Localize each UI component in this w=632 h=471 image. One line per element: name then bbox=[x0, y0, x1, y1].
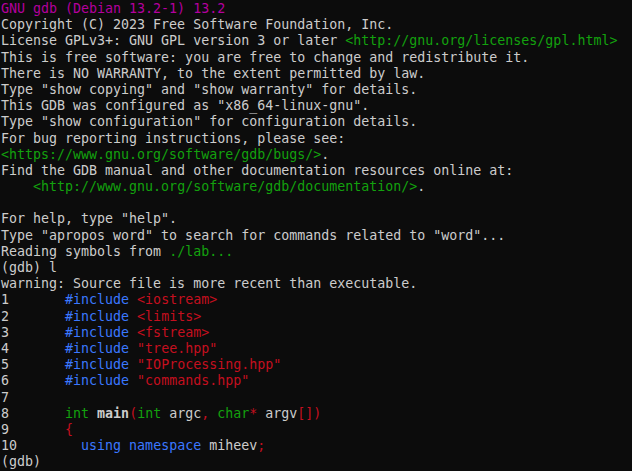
terminal-line: Copyright (C) 2023 Free Software Foundat… bbox=[1, 17, 632, 33]
terminal-line: Type "show copying" and "show warranty" … bbox=[1, 82, 632, 98]
executable-filename: ./lab... bbox=[169, 244, 233, 259]
terminal-text-span bbox=[129, 341, 137, 356]
terminal-text-span: "commands.hpp" bbox=[137, 373, 249, 388]
terminal-line: Type "show configuration" for configurat… bbox=[1, 114, 632, 130]
terminal-text-span: #include bbox=[65, 325, 129, 340]
gdb-version-line: GNU gdb (Debian 13.2-1) 13.2 bbox=[1, 1, 632, 17]
terminal-text-span: #include bbox=[65, 292, 129, 307]
terminal-text-span bbox=[129, 292, 137, 307]
terminal-text-span: []) bbox=[297, 406, 321, 421]
terminal-text-span: There is NO WARRANTY, to the extent perm… bbox=[1, 66, 425, 81]
terminal-text-span: "tree.hpp" bbox=[137, 341, 217, 356]
terminal-text-span bbox=[129, 373, 137, 388]
terminal-text-span: 9 bbox=[1, 422, 65, 437]
terminal-text-span: using bbox=[81, 438, 121, 453]
terminal-line: License GPLv3+: GNU GPL version 3 or lat… bbox=[1, 33, 632, 49]
terminal-text-span bbox=[121, 438, 129, 453]
terminal-text-span: 6 bbox=[1, 373, 65, 388]
terminal-line: Reading symbols from ./lab... bbox=[1, 244, 632, 260]
terminal-line: Type "apropos word" to search for comman… bbox=[1, 228, 632, 244]
terminal-text-span: License GPLv3+: GNU GPL version 3 or lat… bbox=[1, 33, 345, 48]
terminal-line: <https://www.gnu.org/software/gdb/bugs/>… bbox=[1, 147, 632, 163]
terminal-text-span: 5 bbox=[1, 357, 65, 372]
gdb-prompt-line: (gdb) bbox=[1, 454, 632, 470]
terminal-text-span: main bbox=[97, 406, 129, 421]
terminal-text-span: int bbox=[65, 406, 89, 421]
terminal-text-span: 2 bbox=[1, 309, 65, 324]
terminal-line bbox=[1, 195, 632, 211]
gdb-terminal[interactable]: GNU gdb (Debian 13.2-1) 13.2Copyright (C… bbox=[0, 0, 632, 471]
terminal-text-span: #include bbox=[65, 341, 129, 356]
terminal-text-span bbox=[129, 357, 137, 372]
terminal-text-span: Type "apropos word" to search for comman… bbox=[1, 228, 505, 243]
terminal-text-span: #include bbox=[65, 309, 129, 324]
terminal-text-span bbox=[129, 325, 137, 340]
terminal-text-span: <iostream> bbox=[137, 292, 217, 307]
terminal-text-span: { bbox=[65, 422, 73, 437]
warning-line: warning: Source file is more recent than… bbox=[1, 276, 632, 292]
terminal-text-span: argv bbox=[257, 406, 297, 421]
terminal-text-span bbox=[89, 406, 97, 421]
terminal-text-span: This GDB was configured as "x86_64-linux… bbox=[1, 98, 369, 113]
terminal-line: For help, type "help". bbox=[1, 211, 632, 227]
terminal-line: For bug reporting instructions, please s… bbox=[1, 131, 632, 147]
terminal-text-span: namespace bbox=[129, 438, 201, 453]
terminal-line: This GDB was configured as "x86_64-linux… bbox=[1, 98, 632, 114]
source-line-8: 8 int main(int argc, char* argv[]) bbox=[1, 406, 632, 422]
terminal-text-span: <limits> bbox=[137, 309, 201, 324]
source-line-9: 9 { bbox=[1, 422, 632, 438]
terminal-text-span: (gdb) bbox=[1, 454, 49, 469]
terminal-text-span: miheev bbox=[201, 438, 257, 453]
terminal-line: Find the GDB manual and other documentat… bbox=[1, 163, 632, 179]
terminal-text-span bbox=[129, 309, 137, 324]
terminal-text-span bbox=[1, 179, 33, 194]
terminal-text-span: 7 bbox=[1, 390, 9, 405]
terminal-text-span: char bbox=[217, 406, 249, 421]
terminal-text-span: 3 bbox=[1, 325, 65, 340]
source-line-3: 3 #include <fstream> bbox=[1, 325, 632, 341]
terminal-text-span: #include bbox=[65, 357, 129, 372]
terminal-text-span: 8 bbox=[1, 406, 65, 421]
source-line-7: 7 bbox=[1, 390, 632, 406]
terminal-output: GNU gdb (Debian 13.2-1) 13.2Copyright (C… bbox=[1, 1, 632, 470]
terminal-text-span: Find the GDB manual and other documentat… bbox=[1, 163, 513, 178]
terminal-text-span: 1 bbox=[1, 292, 65, 307]
terminal-text-span: . bbox=[417, 179, 425, 194]
source-line-4: 4 #include "tree.hpp" bbox=[1, 341, 632, 357]
terminal-text-span: 10 bbox=[1, 438, 81, 453]
terminal-text-span: (gdb) l bbox=[1, 260, 57, 275]
bug-report-url: <https://www.gnu.org/software/gdb/bugs/> bbox=[1, 147, 321, 162]
terminal-text-span: Type "show configuration" for configurat… bbox=[1, 114, 417, 129]
gpl-license-url: <http://gnu.org/licenses/gpl.html> bbox=[345, 33, 617, 48]
terminal-line: This is free software: you are free to c… bbox=[1, 50, 632, 66]
documentation-url: <http://www.gnu.org/software/gdb/documen… bbox=[33, 179, 417, 194]
terminal-line: There is NO WARRANTY, to the extent perm… bbox=[1, 66, 632, 82]
source-line-10: 10 using namespace miheev; bbox=[1, 438, 632, 454]
terminal-text-span: ( bbox=[129, 406, 137, 421]
gdb-command-line: (gdb) l bbox=[1, 260, 632, 276]
terminal-text-span: Type "show copying" and "show warranty" … bbox=[1, 82, 417, 97]
terminal-text-span: 4 bbox=[1, 341, 65, 356]
source-line-5: 5 #include "IOProcessing.hpp" bbox=[1, 357, 632, 373]
terminal-line: <http://www.gnu.org/software/gdb/documen… bbox=[1, 179, 632, 195]
terminal-text-span: Reading symbols from bbox=[1, 244, 169, 259]
terminal-text-span: "IOProcessing.hpp" bbox=[137, 357, 281, 372]
source-line-2: 2 #include <limits> bbox=[1, 309, 632, 325]
terminal-text-span: ; bbox=[257, 438, 265, 453]
terminal-text-span: For help, type "help". bbox=[1, 211, 177, 226]
source-line-6: 6 #include "commands.hpp" bbox=[1, 373, 632, 389]
source-line-1: 1 #include <iostream> bbox=[1, 292, 632, 308]
terminal-text-span: #include bbox=[65, 373, 129, 388]
terminal-text-span: warning: Source file is more recent than… bbox=[1, 276, 417, 291]
terminal-text-span: For bug reporting instructions, please s… bbox=[1, 131, 345, 146]
terminal-text-span: GNU gdb (Debian 13.2-1) 13.2 bbox=[1, 1, 225, 16]
terminal-text-span: This is free software: you are free to c… bbox=[1, 50, 529, 65]
terminal-text-span: argc bbox=[161, 406, 201, 421]
terminal-text-span: int bbox=[137, 406, 161, 421]
terminal-text-span: Copyright (C) 2023 Free Software Foundat… bbox=[1, 17, 393, 32]
terminal-text-span: <fstream> bbox=[137, 325, 209, 340]
terminal-text-span: . bbox=[321, 147, 329, 162]
